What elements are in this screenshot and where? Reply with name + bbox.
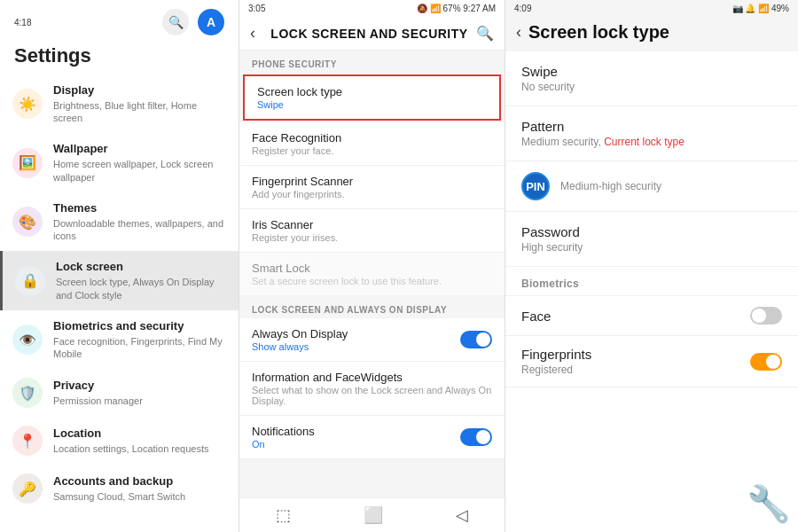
panel3-status-bar: 4:09 📷 🔔 📶 49% <box>505 0 798 17</box>
wallpaper-desc: Home screen wallpaper, Lock screen wallp… <box>53 158 226 184</box>
face-biometric-item[interactable]: Face <box>505 296 798 336</box>
notifications-item[interactable]: Notifications On <box>239 416 505 459</box>
biometrics-icon: 👁️ <box>12 325 43 355</box>
search-button[interactable]: 🔍 <box>162 9 189 35</box>
privacy-icon: 🛡️ <box>12 378 43 408</box>
always-on-display-toggle[interactable] <box>460 331 492 348</box>
sidebar-item-display[interactable]: ☀️ Display Brightness, Blue light filter… <box>0 74 239 133</box>
info-facewidgets-item[interactable]: Information and FaceWidgets Select what … <box>239 362 505 416</box>
themes-desc: Downloadable themes, wallpapers, and ico… <box>53 217 226 243</box>
swipe-lock-desc: No security <box>521 81 782 93</box>
pin-icon: PIN <box>521 172 550 200</box>
sidebar-item-accounts[interactable]: 🔑 Accounts and backup Samsung Cloud, Sma… <box>0 465 239 512</box>
panel2-bottom-nav: ⬚ ⬜ ◁ <box>239 497 505 532</box>
accounts-desc: Samsung Cloud, Smart Switch <box>53 490 226 503</box>
nav-home-icon[interactable]: ⬜ <box>364 505 383 525</box>
panel1-status-time: 4:18 <box>14 18 31 27</box>
fingerprint-scanner-desc: Add your fingerprints. <box>252 189 492 200</box>
panel2-status-bar: 3:05 🔕 📶 67% 9:27 AM <box>239 0 505 17</box>
watermark-icon: 🔧 <box>747 483 791 525</box>
pin-desc: Medium-high security <box>560 180 661 192</box>
smart-lock-title: Smart Lock <box>252 262 492 275</box>
panel3-back-button[interactable]: ‹ <box>516 23 521 42</box>
privacy-title: Privacy <box>53 379 226 394</box>
avatar[interactable]: A <box>198 9 224 35</box>
smart-lock-item: Smart Lock Set a secure screen lock to u… <box>239 253 505 296</box>
face-biometric-toggle[interactable] <box>750 307 782 325</box>
fingerprint-scanner-item[interactable]: Fingerprint Scanner Add your fingerprint… <box>239 166 505 209</box>
settings-list: ☀️ Display Brightness, Blue light filter… <box>0 74 239 532</box>
notifications-title: Notifications <box>252 425 315 438</box>
lock-screen-panel: 3:05 🔕 📶 67% 9:27 AM ‹ LOCK SCREEN AND S… <box>239 0 505 532</box>
swipe-lock-item[interactable]: Swipe No security <box>505 51 798 106</box>
face-recognition-title: Face Recognition <box>252 131 492 145</box>
biometrics-desc: Face recognition, Fingerprints, Find My … <box>53 335 226 361</box>
header-icons: 🔍 A <box>162 9 224 35</box>
swipe-lock-title: Swipe <box>521 64 782 79</box>
panel3-title: Screen lock type <box>528 22 787 43</box>
face-recognition-desc: Register your face. <box>252 145 492 156</box>
biometrics-section-label: Biometrics <box>505 267 798 296</box>
face-recognition-item[interactable]: Face Recognition Register your face. <box>239 122 505 166</box>
wallpaper-icon: 🖼️ <box>12 148 43 178</box>
panel1-header: 4:18 🔍 A <box>0 0 239 41</box>
pattern-current-text: Current lock type <box>604 136 685 148</box>
info-facewidgets-title: Information and FaceWidgets <box>252 371 492 384</box>
always-on-label: LOCK SCREEN AND ALWAYS ON DISPLAY <box>239 296 505 318</box>
lock-screen-title: Lock screen <box>56 260 226 275</box>
sidebar-item-lock-screen[interactable]: 🔒 Lock screen Screen lock type, Always O… <box>0 251 239 309</box>
notifications-desc: On <box>252 439 315 450</box>
sidebar-item-wallpaper[interactable]: 🖼️ Wallpaper Home screen wallpaper, Lock… <box>0 133 239 192</box>
fingerprints-biometric-desc: Registered <box>521 364 591 376</box>
always-on-display-title: Always On Display <box>252 327 348 340</box>
phone-security-label: PHONE SECURITY <box>239 51 505 73</box>
settings-panel: 4:18 🔍 A Settings ☀️ Display Brightness,… <box>0 0 239 532</box>
nav-back-icon[interactable]: ◁ <box>456 505 468 525</box>
fingerprints-biometric-toggle[interactable] <box>750 353 782 371</box>
display-title: Display <box>53 83 226 98</box>
info-facewidgets-desc: Select what to show on the Lock screen a… <box>252 385 492 406</box>
panel2-title: LOCK SCREEN AND SECURITY <box>262 27 476 41</box>
display-icon: ☀️ <box>12 89 43 119</box>
nav-recents-icon[interactable]: ⬚ <box>276 505 291 525</box>
lock-screen-icon: 🔒 <box>15 266 45 296</box>
screen-lock-type-desc: Swipe <box>257 99 487 110</box>
panel2-status-right: 🔕 📶 67% 9:27 AM <box>417 4 496 13</box>
biometrics-title: Biometrics and security <box>53 319 226 334</box>
location-icon: 📍 <box>12 426 43 456</box>
panel2-search-icon[interactable]: 🔍 <box>476 25 494 42</box>
pin-lock-item[interactable]: PIN Medium-high security <box>505 161 798 212</box>
always-on-display-desc: Show always <box>252 341 348 352</box>
screen-lock-type-item[interactable]: Screen lock type Swipe <box>243 74 501 121</box>
accounts-icon: 🔑 <box>12 473 43 504</box>
password-lock-desc: High security <box>521 241 782 254</box>
pattern-lock-desc: Medium security, Current lock type <box>521 136 782 148</box>
password-lock-item[interactable]: Password High security <box>505 212 798 267</box>
pattern-lock-title: Pattern <box>521 119 782 134</box>
iris-scanner-title: Iris Scanner <box>252 218 492 231</box>
panel2-header: ‹ LOCK SCREEN AND SECURITY 🔍 <box>239 17 505 51</box>
themes-title: Themes <box>53 201 226 216</box>
privacy-desc: Permission manager <box>53 395 226 407</box>
face-biometric-title: Face <box>521 309 551 324</box>
panel3-time: 4:09 <box>514 4 531 13</box>
sidebar-item-privacy[interactable]: 🛡️ Privacy Permission manager <box>0 369 239 417</box>
iris-scanner-item[interactable]: Iris Scanner Register your irises. <box>239 209 505 253</box>
sidebar-item-themes[interactable]: 🎨 Themes Downloadable themes, wallpapers… <box>0 192 239 251</box>
lock-type-list: Swipe No security Pattern Medium securit… <box>505 51 798 532</box>
password-lock-title: Password <box>521 224 782 239</box>
accounts-title: Accounts and backup <box>53 474 226 489</box>
sidebar-item-location[interactable]: 📍 Location Location settings, Location r… <box>0 417 239 465</box>
notifications-toggle[interactable] <box>460 428 492 446</box>
always-on-display-item[interactable]: Always On Display Show always <box>239 318 505 362</box>
panel2-content: PHONE SECURITY Screen lock type Swipe Fa… <box>239 51 505 497</box>
fingerprint-scanner-title: Fingerprint Scanner <box>252 175 492 188</box>
fingerprints-biometric-title: Fingerprints <box>521 347 591 362</box>
screen-lock-type-title: Screen lock type <box>257 85 487 98</box>
panel2-back-button[interactable]: ‹ <box>250 24 255 43</box>
panel1-title: Settings <box>0 41 239 74</box>
sidebar-item-biometrics[interactable]: 👁️ Biometrics and security Face recognit… <box>0 310 239 369</box>
fingerprints-biometric-item[interactable]: Fingerprints Registered <box>505 336 798 387</box>
location-title: Location <box>53 426 226 442</box>
pattern-lock-item[interactable]: Pattern Medium security, Current lock ty… <box>505 106 798 161</box>
